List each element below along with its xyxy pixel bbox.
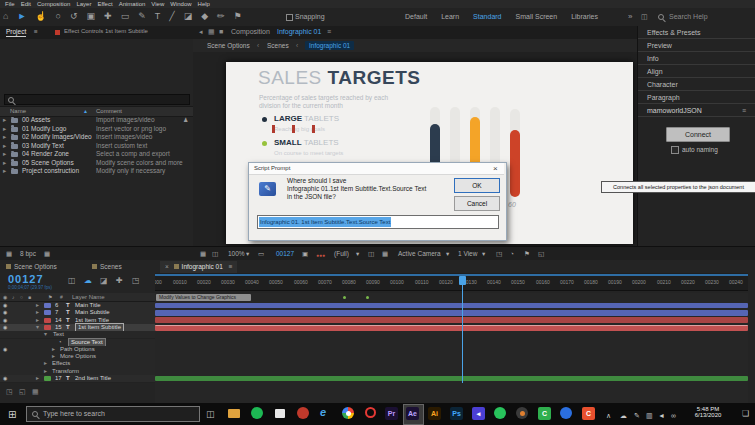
type-tool-icon[interactable]: T [155,11,161,21]
selection-tool-icon[interactable]: ► [17,11,26,21]
timeline-ruler[interactable]: 00000 00010 00020 00030 00040 00050 0006… [155,273,748,291]
comp-toolbar-icon-5[interactable]: ◔ [510,250,514,257]
project-row-scene-options[interactable]: ▸ 05 Scene Options Modify scene colors a… [0,159,193,167]
opera-icon[interactable] [365,407,376,418]
panel-preview[interactable]: Preview [638,39,755,52]
comp-toolbar-icon-7[interactable]: ◱ [538,250,544,258]
timeline-tab-scene-options[interactable]: Scene Options [6,261,57,273]
row-expand-icon[interactable]: ▸ [3,159,6,167]
mask-tool-icon[interactable]: ▭ [121,11,130,21]
label-color-chip[interactable] [44,310,51,315]
davinci-resolve-icon[interactable] [516,407,528,419]
edge-icon[interactable]: e [320,406,326,418]
sort-arrow-icon[interactable]: ▲ [83,108,88,114]
roi-icon[interactable]: ◫ [368,250,374,258]
snapshot-icon[interactable]: ▣ [302,250,308,258]
layer-name[interactable]: Main Title [75,302,101,309]
row-expand-icon[interactable]: ▸ [3,167,6,175]
menu-composition[interactable]: Composition [34,1,73,7]
view-caret-icon[interactable]: ▾ [482,250,485,258]
eye-icon[interactable]: ◉ [3,302,7,309]
purple-app-icon[interactable]: ◂ [472,407,485,420]
row-expand-icon[interactable]: ▸ [3,133,6,141]
draft-3d-icon[interactable]: ◳ [132,276,140,285]
camera-caret-icon[interactable]: ▾ [446,250,449,258]
breadcrumb-scene-options[interactable]: Scene Options [207,42,250,49]
auto-naming-checkbox[interactable] [671,146,679,154]
after-effects-icon[interactable]: Ae [406,407,419,420]
volume-icon[interactable]: ◄ [658,412,665,419]
eye-icon[interactable]: ◉ [3,375,7,382]
cancel-button[interactable]: Cancel [454,196,500,211]
touchpad-tray-icon[interactable]: ▥ [646,412,653,420]
brush-tool-icon[interactable]: ╱ [169,11,174,21]
label-color-chip[interactable] [44,376,51,381]
pen-tool-icon[interactable]: ✎ [138,11,146,21]
whatsapp-icon[interactable] [494,407,506,419]
json-panel-menu-icon[interactable]: ≡ [742,107,746,114]
photoshop-icon[interactable]: Ps [450,407,463,420]
layer-expand-icon[interactable]: ▸ [36,317,39,324]
panel-character[interactable]: Character [638,78,755,91]
stamp-tool-icon[interactable]: ◪ [184,11,193,21]
camtasia-icon[interactable]: C [538,407,551,420]
grid-icon[interactable]: ▦ [208,28,215,36]
label-color-chip[interactable] [44,303,51,308]
menu-file[interactable]: File [2,1,18,7]
onedrive-icon[interactable]: ☁ [620,412,627,420]
frame-blend-icon[interactable]: ◪ [100,276,108,285]
zoom-caret-icon[interactable]: ▾ [246,250,249,258]
project-search-input[interactable] [4,94,190,105]
panel-align[interactable]: Align [638,65,755,78]
property-group-label[interactable]: Text [53,331,64,338]
timeline-timecode[interactable]: 00127 [8,273,44,285]
timeline-tab-scenes[interactable]: Scenes [92,261,122,273]
comp-flowchart-icon[interactable]: ◫ [68,276,76,285]
layer-name[interactable]: Main Subtitle [75,309,110,316]
property-group-label[interactable]: Path Options [60,346,95,353]
composition-name[interactable]: Infographic 01 [277,28,321,35]
timeline-toggle-icon-1[interactable]: ◳ [6,388,13,396]
zoom-level-dropdown[interactable]: 100% [228,250,245,257]
workspace-learn[interactable]: Learn [441,13,459,20]
vpn-icon[interactable] [297,407,309,419]
keyframe-dot[interactable] [366,296,369,299]
group-expand-icon[interactable]: ▾ [44,331,47,338]
project-tab-menu-icon[interactable]: ≡ [34,28,38,35]
panel-menu-icon[interactable]: ≡ [327,28,331,35]
search-help-input[interactable]: Search Help [669,13,708,20]
tab-menu-icon[interactable]: ≡ [229,263,233,270]
layer-name[interactable]: 2nd Item Title [75,375,111,382]
blue-app-icon[interactable] [560,407,572,419]
dialog-input-selected-text[interactable]: Infographic 01. 1st Item Subtitle.Text.S… [259,217,391,227]
pan-behind-tool-icon[interactable]: ✚ [104,11,112,21]
eye-icon[interactable]: ◉ [3,324,7,331]
label-color-chip[interactable] [44,325,51,330]
eye-icon[interactable]: ◉ [3,346,7,353]
connect-button[interactable]: Connect [666,127,730,142]
panel-effects-presets[interactable]: Effects & Presets [638,26,755,39]
task-view-button[interactable]: ◫ [206,409,215,419]
folder-name[interactable]: 01 Modify Logo [22,125,66,133]
start-button[interactable]: ⊞ [8,409,16,420]
menu-effect[interactable]: Effect [94,1,115,7]
camera-tool-icon[interactable]: ▣ [87,11,96,21]
project-row-modify-logo[interactable]: ▸ 01 Modify Logo Insert vector or png lo… [0,125,193,133]
panel-mamoworldjson[interactable]: mamoworldJSON [638,104,755,117]
playhead-line[interactable] [462,276,463,383]
project-footer-icon2[interactable]: ▦ [44,250,50,258]
rotate-tool-icon[interactable]: ↺ [70,11,78,21]
tab-effect-controls[interactable]: Effect Controls 1st Item Subtitle [64,28,148,34]
red-c-app-icon[interactable]: C [582,407,595,420]
layer-duration-bar-1st-item-subtitle[interactable] [155,325,748,332]
menu-window[interactable]: Window [167,1,194,7]
active-camera-dropdown[interactable]: Active Camera [398,250,441,257]
menu-view[interactable]: View [148,1,167,7]
comp-marker[interactable]: Modify Values to Change Graphics [156,294,251,301]
group-expand-icon[interactable]: ▸ [44,368,47,375]
workspace-overflow-icon[interactable]: » [628,12,632,21]
chrome-icon[interactable] [342,407,354,419]
column-name[interactable]: Name [10,108,26,114]
menu-animation[interactable]: Animation [116,1,149,7]
comp-toolbar-icon-4[interactable]: ◳ [496,250,502,258]
